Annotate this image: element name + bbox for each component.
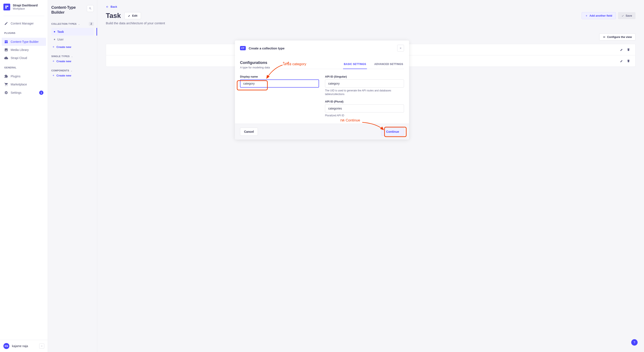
api-id-singular-label: API ID (Singular): [325, 75, 404, 78]
config-subtitle: A type for modeling data: [240, 66, 270, 69]
close-modal-button[interactable]: [397, 45, 404, 52]
config-heading: Configurations: [240, 61, 270, 65]
settings-tabs: BASIC SETTINGS ADVANCED SETTINGS: [275, 60, 404, 69]
display-name-field: Display name: [240, 75, 319, 88]
display-name-input[interactable]: [240, 80, 319, 88]
api-id-singular-field: API ID (Singular) The UID is used to gen…: [325, 75, 404, 96]
tab-basic-settings[interactable]: BASIC SETTINGS: [343, 60, 367, 69]
tab-advanced-settings[interactable]: ADVANCED SETTINGS: [373, 60, 404, 69]
continue-button[interactable]: Continue: [381, 128, 404, 136]
api-id-singular-help: The UID is used to generate the API rout…: [325, 89, 404, 96]
ct-badge: CT: [240, 46, 246, 50]
create-collection-modal: CT Create a collection type Configuratio…: [235, 41, 409, 140]
cancel-button[interactable]: Cancel: [240, 128, 258, 136]
api-id-plural-label: API ID (Plural): [325, 100, 404, 103]
modal-body: Configurations A type for modeling data …: [235, 56, 409, 124]
api-id-singular-input[interactable]: [325, 80, 404, 88]
display-name-label: Display name: [240, 75, 319, 78]
modal-header: CT Create a collection type: [235, 41, 409, 56]
close-icon: [399, 47, 402, 50]
api-id-plural-field: API ID (Plural) Pluralized API ID: [325, 100, 404, 117]
api-id-plural-help: Pluralized API ID: [325, 114, 404, 117]
modal-footer: Cancel Continue: [235, 124, 409, 140]
api-id-plural-input[interactable]: [325, 104, 404, 113]
modal-title: Create a collection type: [249, 47, 284, 50]
modal-overlay: CT Create a collection type Configuratio…: [0, 0, 644, 352]
